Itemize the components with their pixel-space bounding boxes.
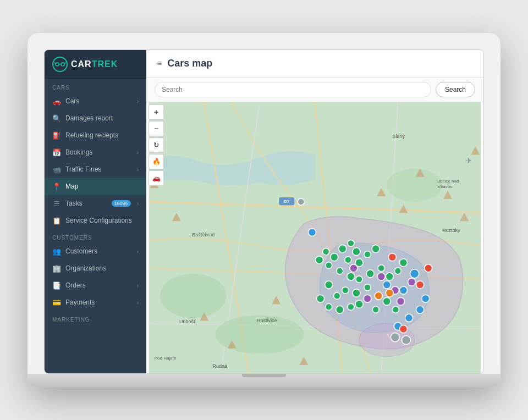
- laptop-screen: CARTREK Cars 🚗 Cars › 🔍 Damages report ⛽…: [44, 49, 484, 374]
- orders-icon: 📑: [52, 281, 61, 290]
- sidebar-item-map[interactable]: 📍 Map: [45, 178, 146, 195]
- svg-text:Libčice nad: Libčice nad: [437, 178, 459, 183]
- tasks-icon: ☰: [52, 200, 61, 208]
- svg-text:Vltavou: Vltavou: [438, 184, 453, 189]
- arrow-icon: ›: [137, 283, 139, 289]
- logo-text: CARTREK: [71, 59, 118, 69]
- car-view-button[interactable]: 🚗: [148, 170, 164, 186]
- sidebar-item-organizations[interactable]: 🏢 Organizations: [45, 260, 146, 277]
- search-input[interactable]: [155, 82, 431, 97]
- svg-point-86: [397, 297, 404, 305]
- section-cars: Cars: [45, 79, 146, 93]
- svg-point-44: [331, 253, 338, 261]
- svg-point-79: [416, 306, 424, 313]
- svg-point-76: [399, 286, 407, 294]
- sidebar-item-tasks[interactable]: ☰ Tasks 16095 ›: [45, 195, 146, 212]
- svg-point-78: [422, 295, 430, 302]
- svg-point-73: [392, 306, 399, 313]
- svg-point-59: [394, 267, 401, 274]
- svg-point-92: [375, 292, 382, 300]
- svg-point-16: [160, 273, 227, 317]
- payments-icon: 💳: [52, 299, 61, 307]
- svg-text:Unhošť: Unhošť: [179, 319, 196, 324]
- svg-point-45: [326, 262, 332, 268]
- svg-point-74: [308, 228, 316, 236]
- sidebar-item-customers[interactable]: 👥 Customers ›: [45, 243, 146, 260]
- menu-icon: ≡: [157, 59, 162, 68]
- svg-point-85: [408, 278, 416, 285]
- logo: CARTREK: [45, 50, 146, 79]
- svg-point-70: [355, 300, 363, 308]
- search-button[interactable]: Search: [436, 82, 475, 97]
- svg-line-5: [64, 62, 65, 64]
- svg-point-2: [61, 63, 64, 66]
- calendar-icon: 📅: [52, 148, 61, 157]
- svg-text:Buštěhrad: Buštěhrad: [192, 232, 215, 237]
- customers-icon: 👥: [52, 247, 61, 256]
- arrow-icon: ›: [137, 150, 139, 156]
- laptop-base: [28, 374, 501, 388]
- sidebar-item-refueling[interactable]: ⛽ Refueling reciepts: [45, 127, 146, 144]
- svg-point-89: [425, 264, 432, 272]
- main-content: ≡ Cars map Search: [146, 50, 483, 373]
- svg-text:Hostivice: Hostivice: [257, 318, 277, 323]
- svg-point-42: [316, 256, 323, 263]
- svg-text:Slaný: Slaný: [392, 134, 405, 139]
- zoom-in-button[interactable]: +: [148, 104, 164, 120]
- sidebar-item-service[interactable]: 📋 Service Configurations: [45, 212, 146, 229]
- arrow-icon: ›: [137, 300, 139, 306]
- map-svg: D7: [146, 102, 483, 373]
- sidebar-item-orders[interactable]: 📑 Orders ›: [45, 277, 146, 294]
- page-title: Cars map: [167, 58, 212, 69]
- sidebar-item-payments[interactable]: 💳 Payments ›: [45, 294, 146, 311]
- org-icon: 🏢: [52, 264, 61, 273]
- sidebar-item-traffic[interactable]: 📹 Traffic Fines ›: [45, 161, 146, 178]
- service-icon: 📋: [52, 217, 61, 225]
- svg-point-18: [387, 168, 442, 201]
- svg-point-51: [364, 251, 371, 257]
- svg-point-43: [323, 248, 329, 255]
- svg-point-53: [337, 267, 343, 274]
- svg-point-80: [405, 314, 413, 322]
- svg-text:D7: D7: [284, 199, 290, 204]
- svg-point-94: [391, 333, 399, 341]
- zoom-out-button[interactable]: −: [148, 121, 164, 136]
- fire-button[interactable]: 🔥: [148, 154, 164, 169]
- refresh-button[interactable]: ↻: [148, 137, 164, 153]
- sidebar-item-cars[interactable]: 🚗 Cars ›: [45, 93, 146, 110]
- svg-point-96: [298, 198, 304, 205]
- svg-point-54: [347, 272, 355, 280]
- svg-point-63: [364, 284, 371, 291]
- arrow-icon: ›: [137, 248, 139, 255]
- map-toolbar: Search: [146, 78, 483, 102]
- svg-point-56: [366, 269, 374, 277]
- svg-point-61: [342, 287, 349, 294]
- logo-icon: [52, 57, 68, 72]
- car-icon: 🚗: [52, 97, 61, 106]
- svg-point-83: [377, 272, 385, 280]
- map-pin-icon: 📍: [52, 183, 61, 191]
- svg-text:Pod Hájem: Pod Hájem: [155, 355, 177, 360]
- svg-point-60: [399, 258, 407, 266]
- svg-point-72: [383, 297, 391, 305]
- svg-point-66: [317, 295, 324, 302]
- arrow-icon: ›: [137, 98, 139, 104]
- section-marketing: Marketing: [45, 311, 146, 325]
- svg-text:Roztoky: Roztoky: [442, 228, 460, 233]
- camera-icon: 📹: [52, 165, 61, 174]
- sidebar-item-damages[interactable]: 🔍 Damages report: [45, 110, 146, 127]
- topbar: ≡ Cars map: [146, 50, 483, 78]
- svg-point-65: [334, 292, 340, 299]
- svg-point-82: [350, 264, 358, 272]
- svg-point-46: [339, 245, 346, 252]
- sidebar-item-bookings[interactable]: 📅 Bookings ›: [45, 144, 146, 161]
- section-customers: Customers: [45, 229, 146, 243]
- svg-point-88: [388, 253, 396, 261]
- svg-point-1: [56, 63, 59, 66]
- svg-point-64: [325, 280, 333, 288]
- svg-point-67: [326, 303, 332, 310]
- svg-point-48: [353, 247, 360, 255]
- svg-text:Rudná: Rudná: [212, 363, 228, 368]
- svg-point-71: [372, 306, 379, 313]
- svg-point-57: [378, 264, 384, 271]
